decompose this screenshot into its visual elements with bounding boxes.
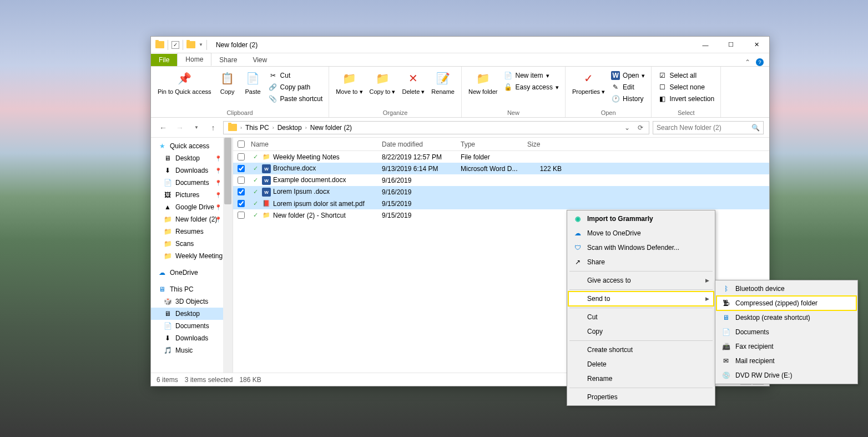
maximize-button[interactable]: ☐ bbox=[718, 37, 744, 53]
file-row[interactable]: ✓📁Weekly Meeting Notes8/22/2019 12:57 PM… bbox=[233, 151, 769, 163]
sidebar-this-pc[interactable]: 🖥This PC bbox=[151, 283, 233, 295]
breadcrumb-item[interactable]: New folder (2) bbox=[308, 124, 354, 132]
sendto-fax[interactable]: 📠Fax recipient bbox=[716, 339, 856, 354]
sidebar-item[interactable]: 📁Scans bbox=[151, 238, 233, 250]
new-folder-button[interactable]: 📁New folder bbox=[466, 68, 500, 96]
help-icon[interactable]: ? bbox=[756, 58, 764, 66]
row-checkbox[interactable] bbox=[238, 188, 245, 195]
copy-to-button[interactable]: 📁Copy to ▾ bbox=[367, 68, 398, 96]
up-button[interactable]: ↑ bbox=[206, 121, 220, 134]
dropdown-icon[interactable]: ⌄ bbox=[621, 124, 633, 132]
history-button[interactable]: 🕐History bbox=[609, 94, 647, 104]
scrollbar[interactable] bbox=[223, 138, 233, 373]
chevron-right-icon[interactable]: › bbox=[305, 125, 307, 130]
sendto-documents[interactable]: 📄Documents bbox=[716, 325, 856, 339]
select-all-checkbox[interactable] bbox=[238, 140, 245, 148]
ctx-send-to[interactable]: Send to▶ bbox=[568, 292, 714, 306]
copy-path-button[interactable]: 🔗Copy path bbox=[267, 82, 325, 92]
chevron-right-icon[interactable]: › bbox=[240, 125, 242, 130]
sidebar-item[interactable]: 🖥Desktop📍 bbox=[151, 152, 233, 164]
recent-dropdown[interactable]: ▼ bbox=[190, 121, 203, 134]
ctx-rename[interactable]: Rename bbox=[568, 371, 714, 386]
invert-selection-button[interactable]: ◧Invert selection bbox=[656, 94, 716, 104]
open-button[interactable]: WOpen ▾ bbox=[609, 71, 647, 81]
ctx-properties[interactable]: Properties bbox=[568, 390, 714, 404]
back-button[interactable]: ← bbox=[157, 121, 170, 134]
delete-button[interactable]: ✕Delete ▾ bbox=[400, 68, 427, 96]
sidebar-item[interactable]: 📄Documents bbox=[151, 320, 233, 332]
sidebar-item[interactable]: 📁Weekly Meeting bbox=[151, 250, 233, 262]
breadcrumb-item[interactable]: Desktop bbox=[275, 124, 304, 132]
sidebar-item[interactable]: 🎵Music bbox=[151, 344, 233, 356]
minimize-button[interactable]: — bbox=[693, 37, 718, 53]
breadcrumb-item[interactable]: This PC bbox=[243, 124, 271, 132]
column-size[interactable]: Size bbox=[527, 140, 566, 148]
ctx-move-onedrive[interactable]: ☁Move to OneDrive bbox=[568, 226, 714, 240]
qat-checkbox-icon[interactable]: ✓ bbox=[171, 41, 179, 49]
ctx-import-grammarly[interactable]: ◉Import to Grammarly bbox=[568, 212, 714, 226]
sidebar-item[interactable]: 🖥Desktop bbox=[151, 308, 233, 320]
ctx-scan-defender[interactable]: 🛡Scan with Windows Defender... bbox=[568, 240, 714, 255]
sendto-dvd-drive[interactable]: 💿DVD RW Drive (E:) bbox=[716, 368, 856, 383]
file-row[interactable]: ✓📕Lorem ipsum dolor sit amet.pdf9/15/201… bbox=[233, 198, 769, 209]
sidebar-item[interactable]: 🖼Pictures📍 bbox=[151, 189, 233, 201]
sidebar-item[interactable]: 🎲3D Objects bbox=[151, 295, 233, 308]
row-checkbox[interactable] bbox=[238, 165, 245, 172]
forward-button[interactable]: → bbox=[173, 121, 186, 134]
row-checkbox[interactable] bbox=[238, 200, 245, 207]
edit-button[interactable]: ✎Edit bbox=[609, 82, 647, 92]
ctx-create-shortcut[interactable]: Create shortcut bbox=[568, 343, 714, 357]
column-type[interactable]: Type bbox=[461, 140, 527, 148]
sendto-bluetooth[interactable]: ᛒBluetooth device bbox=[716, 282, 856, 296]
tab-view[interactable]: View bbox=[245, 54, 275, 66]
search-box[interactable]: 🔍 bbox=[653, 121, 764, 134]
chevron-right-icon[interactable]: › bbox=[272, 125, 274, 130]
rename-button[interactable]: 📝Rename bbox=[429, 68, 457, 96]
column-name[interactable]: Name bbox=[249, 140, 382, 148]
ctx-share[interactable]: ↗Share bbox=[568, 255, 714, 269]
file-row[interactable]: ✓WExample document.docx9/16/2019 bbox=[233, 174, 769, 186]
close-button[interactable]: ✕ bbox=[744, 37, 769, 53]
collapse-ribbon-icon[interactable]: ⌃ bbox=[745, 58, 750, 66]
tab-share[interactable]: Share bbox=[211, 54, 245, 66]
copy-button[interactable]: 📋Copy bbox=[216, 68, 239, 96]
file-row[interactable]: ✓WLorem Ipsum .docx9/16/2019 bbox=[233, 186, 769, 198]
row-checkbox[interactable] bbox=[238, 177, 245, 184]
sidebar-item[interactable]: ▲Google Drive📍 bbox=[151, 201, 233, 213]
properties-button[interactable]: ✓Properties ▾ bbox=[570, 68, 607, 96]
address-bar[interactable]: › This PC › Desktop › New folder (2) ⌄ ⟳ bbox=[223, 121, 649, 134]
search-input[interactable] bbox=[657, 124, 751, 132]
sendto-compressed-folder[interactable]: 🗜Compressed (zipped) folder bbox=[716, 296, 856, 310]
sidebar-quick-access[interactable]: ★Quick access bbox=[151, 140, 233, 152]
select-all-button[interactable]: ☑Select all bbox=[656, 71, 716, 81]
sendto-desktop-shortcut[interactable]: 🖥Desktop (create shortcut) bbox=[716, 310, 856, 325]
sidebar-item[interactable]: 📁New folder (2)📍 bbox=[151, 213, 233, 225]
refresh-icon[interactable]: ⟳ bbox=[634, 124, 647, 132]
row-checkbox[interactable] bbox=[238, 212, 245, 219]
chevron-down-icon[interactable]: ▼ bbox=[199, 42, 203, 47]
scrollbar-thumb[interactable] bbox=[224, 138, 231, 204]
sendto-mail[interactable]: ✉Mail recipient bbox=[716, 354, 856, 368]
select-none-button[interactable]: ☐Select none bbox=[656, 82, 716, 92]
new-item-button[interactable]: 📄New item ▾ bbox=[502, 71, 561, 81]
ctx-cut[interactable]: Cut bbox=[568, 310, 714, 324]
sidebar-item[interactable]: 📄Documents📍 bbox=[151, 177, 233, 189]
ctx-copy[interactable]: Copy bbox=[568, 324, 714, 339]
ctx-give-access[interactable]: Give access to▶ bbox=[568, 273, 714, 288]
tab-home[interactable]: Home bbox=[177, 53, 211, 66]
cut-button[interactable]: ✂Cut bbox=[267, 71, 325, 81]
sidebar-onedrive[interactable]: ☁OneDrive bbox=[151, 267, 233, 279]
move-to-button[interactable]: 📁Move to ▾ bbox=[334, 68, 365, 96]
ctx-delete[interactable]: Delete bbox=[568, 357, 714, 371]
tab-file[interactable]: File bbox=[151, 54, 177, 66]
file-row[interactable]: ✓WBrochure.docx9/13/2019 6:14 PMMicrosof… bbox=[233, 163, 769, 174]
row-checkbox[interactable] bbox=[238, 153, 245, 160]
pin-quick-access-button[interactable]: 📌Pin to Quick access bbox=[155, 68, 214, 96]
paste-button[interactable]: 📄Paste bbox=[241, 68, 265, 96]
column-date[interactable]: Date modified bbox=[382, 140, 461, 148]
sidebar-item[interactable]: ⬇Downloads📍 bbox=[151, 164, 233, 177]
sidebar-item[interactable]: 📁Resumes bbox=[151, 225, 233, 238]
paste-shortcut-button[interactable]: 📎Paste shortcut bbox=[267, 94, 325, 104]
sidebar-item[interactable]: ⬇Downloads bbox=[151, 332, 233, 344]
easy-access-button[interactable]: 🔓Easy access ▾ bbox=[502, 82, 561, 92]
